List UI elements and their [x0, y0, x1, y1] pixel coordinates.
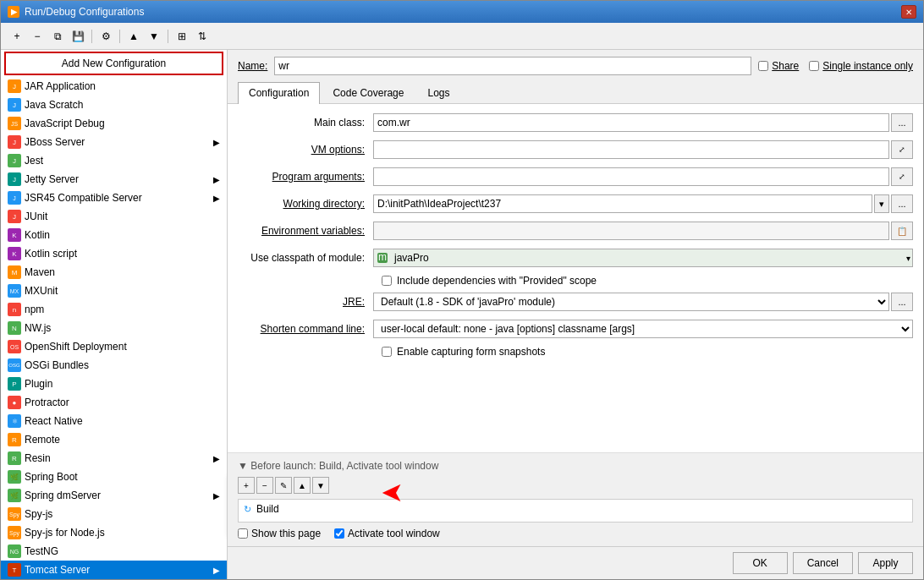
toolbar-separator-1	[91, 30, 92, 43]
title-bar: ▶ Run/Debug Configurations ✕	[1, 1, 923, 23]
tab-logs[interactable]: Logs	[416, 82, 460, 103]
bl-edit-btn[interactable]: ✎	[275, 477, 292, 494]
order-button[interactable]: ⇅	[193, 27, 212, 46]
main-class-input[interactable]	[373, 113, 889, 132]
move-up-button[interactable]: ▲	[124, 27, 143, 46]
list-item-jboss[interactable]: J JBoss Server ▶	[1, 133, 227, 151]
list-item-testng[interactable]: NG TestNG	[1, 542, 227, 561]
toolbar-separator-3	[168, 30, 168, 43]
list-item-mxunit[interactable]: MX MXUnit	[1, 282, 227, 300]
mxunit-label: MXUnit	[25, 285, 220, 297]
testng-icon: NG	[8, 544, 21, 558]
single-instance-checkbox[interactable]	[809, 61, 819, 71]
bl-move-down-btn[interactable]: ▼	[312, 477, 329, 494]
bl-remove-btn[interactable]: −	[256, 477, 273, 494]
vm-options-input[interactable]	[373, 140, 889, 159]
add-config-button[interactable]: +	[8, 27, 26, 46]
tabs-bar: Configuration Code Coverage Logs	[228, 82, 923, 104]
list-item-resin[interactable]: R Resin ▶	[1, 449, 227, 468]
list-item-remote[interactable]: R Remote	[1, 430, 227, 449]
remove-config-button[interactable]: −	[28, 27, 47, 46]
list-item-openshift[interactable]: OS OpenShift Deployment	[1, 337, 227, 356]
ok-button[interactable]: OK	[733, 552, 788, 574]
tab-code-coverage[interactable]: Code Coverage	[322, 82, 415, 103]
sort-button[interactable]: ⊞	[173, 27, 191, 46]
main-class-browse-btn[interactable]: ...	[891, 113, 913, 132]
resin-icon: R	[8, 451, 21, 465]
list-item-jsr45[interactable]: J JSR45 Compatible Server ▶	[1, 189, 227, 207]
bl-add-btn[interactable]: +	[238, 477, 255, 494]
list-item-jest[interactable]: J Jest	[1, 151, 227, 170]
junit-label: JUnit	[25, 211, 220, 222]
activate-label: Activate tool window	[348, 528, 440, 539]
program-args-expand-btn[interactable]: ⤢	[891, 167, 913, 186]
list-item-nwjs[interactable]: N NW.js	[1, 319, 227, 337]
right-panel: Name: Share Single instance only Configu…	[228, 50, 923, 579]
list-item-maven[interactable]: M Maven	[1, 263, 227, 282]
tab-configuration[interactable]: Configuration	[238, 82, 320, 104]
enable-snapshots-checkbox[interactable]	[382, 347, 392, 357]
list-item-jar-app[interactable]: J JAR Application	[1, 77, 227, 96]
single-instance-label[interactable]: Single instance only	[809, 60, 913, 72]
jboss-label: JBoss Server	[25, 136, 85, 148]
window-title: Run/Debug Configurations	[25, 6, 144, 18]
spy-js-node-label: Spy-js for Node.js	[25, 527, 220, 539]
list-item-react-native[interactable]: ⚛ React Native	[1, 412, 227, 430]
enable-snapshots-row: Enable capturing form snapshots	[238, 346, 913, 358]
remote-icon: R	[8, 433, 21, 446]
list-item-tomcat[interactable]: T Tomcat Server ▶	[1, 561, 227, 579]
activate-checkbox[interactable]	[334, 528, 344, 539]
env-vars-input[interactable]	[373, 222, 889, 240]
working-dir-dropdown-btn[interactable]: ▾	[874, 194, 889, 213]
protractor-icon: ●	[8, 396, 21, 409]
shorten-cmd-select[interactable]: user-local default: none - java [options…	[373, 320, 913, 338]
working-dir-browse-btn[interactable]: ...	[891, 194, 913, 213]
share-checkbox-label[interactable]: Share	[758, 60, 799, 72]
spy-js-node-icon: Spy	[8, 526, 21, 539]
copy-config-button[interactable]: ⧉	[48, 27, 67, 46]
apply-button[interactable]: Apply	[858, 552, 913, 574]
list-item-junit[interactable]: J JUnit	[1, 207, 227, 226]
npm-label: npm	[25, 304, 220, 315]
list-item-kotlin[interactable]: K Kotlin	[1, 226, 227, 244]
show-page-label: Show this page	[251, 528, 321, 539]
list-item-spy-js[interactable]: Spy Spy-js	[1, 505, 227, 523]
list-item-js-debug[interactable]: JS JavaScript Debug	[1, 114, 227, 133]
program-args-input[interactable]	[373, 167, 889, 186]
working-dir-row: Working directory: ▾ ...	[238, 194, 913, 214]
kotlin-script-label: Kotlin script	[25, 248, 220, 260]
list-item-plugin[interactable]: P Plugin	[1, 375, 227, 393]
module-select[interactable]: m javaPro ▾	[373, 249, 913, 267]
jre-browse-btn[interactable]: ...	[891, 293, 913, 311]
add-new-config-banner[interactable]: Add New Configuration	[4, 52, 223, 75]
list-item-spring-boot[interactable]: 🌿 Spring Boot	[1, 468, 227, 486]
jre-select[interactable]: Default (1.8 - SDK of 'javaPro' module)	[373, 293, 889, 311]
maven-icon: M	[8, 265, 21, 279]
bl-move-up-btn[interactable]: ▲	[294, 477, 311, 494]
share-checkbox[interactable]	[758, 61, 768, 71]
save-config-button[interactable]: 💾	[69, 27, 87, 46]
close-button[interactable]: ✕	[901, 5, 916, 19]
shorten-cmd-wrap: user-local default: none - java [options…	[373, 320, 913, 338]
move-down-button[interactable]: ▼	[145, 27, 163, 46]
vm-options-expand-btn[interactable]: ⤢	[891, 140, 913, 159]
list-item-protractor[interactable]: ● Protractor	[1, 393, 227, 412]
show-page-checkbox-label[interactable]: Show this page	[238, 528, 321, 539]
activate-checkbox-label[interactable]: Activate tool window	[334, 528, 440, 539]
cancel-button[interactable]: Cancel	[793, 552, 853, 574]
list-item-spy-js-node[interactable]: Spy Spy-js for Node.js	[1, 523, 227, 542]
list-item-spring-dm[interactable]: 🌿 Spring dmServer ▶	[1, 486, 227, 505]
list-item-npm[interactable]: n npm	[1, 300, 227, 319]
list-item-osgi[interactable]: OSG OSGi Bundles	[1, 356, 227, 375]
list-item-java-scratch[interactable]: J Java Scratch	[1, 96, 227, 114]
list-item-jetty[interactable]: J Jetty Server ▶	[1, 170, 227, 189]
env-vars-browse-btn[interactable]: 📋	[891, 222, 913, 240]
program-args-wrap: ⤢	[373, 167, 913, 186]
working-dir-input[interactable]	[373, 194, 872, 213]
jre-row: JRE: Default (1.8 - SDK of 'javaPro' mod…	[238, 292, 913, 312]
settings-button[interactable]: ⚙	[96, 27, 115, 46]
name-input[interactable]	[274, 57, 751, 75]
show-page-checkbox[interactable]	[238, 528, 248, 539]
include-deps-checkbox[interactable]	[382, 276, 392, 286]
list-item-kotlin-script[interactable]: K Kotlin script	[1, 244, 227, 263]
